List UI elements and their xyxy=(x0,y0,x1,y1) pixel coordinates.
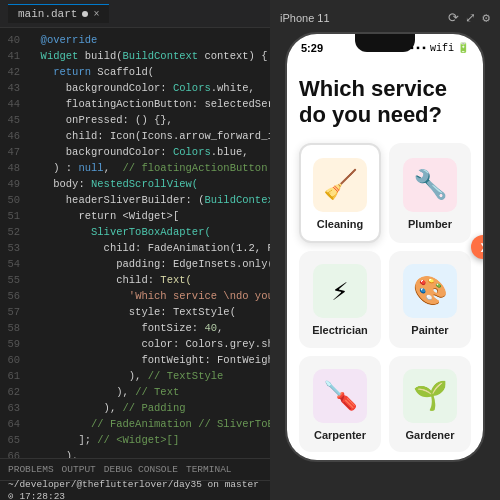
line-number: 62 xyxy=(0,384,28,400)
line-number: 47 xyxy=(0,144,28,160)
device-name: iPhone 11 xyxy=(280,12,330,24)
code-line: 46 child: Icon(Icons.arrow_forward_ios, … xyxy=(0,128,270,144)
line-number: 51 xyxy=(0,208,28,224)
service-label-plumber: Plumber xyxy=(408,218,452,230)
phone-content: Which service do you need? 🧹Cleaning🔧Plu… xyxy=(287,62,483,460)
line-number: 45 xyxy=(0,112,28,128)
service-card-plumber[interactable]: 🔧Plumber xyxy=(389,143,471,243)
line-code: ), // Text xyxy=(28,384,179,400)
device-label-bar: iPhone 11 ⟳ ⤢ ⚙ xyxy=(280,10,490,26)
service-card-gardener[interactable]: 🌱Gardener xyxy=(389,356,471,452)
tab-dot xyxy=(82,11,88,17)
panel-tab-output[interactable]: OUTPUT xyxy=(62,464,96,475)
code-line: 61 ), // TextStyle xyxy=(0,368,270,384)
code-line: 52 SliverToBoxAdapter( xyxy=(0,224,270,240)
panel-tab-terminal[interactable]: TERMINAL xyxy=(186,464,232,475)
electrician-icon: ⚡ xyxy=(313,264,367,318)
code-line: 60 fontWeight: FontWeight.bold, xyxy=(0,352,270,368)
line-number: 40 xyxy=(0,32,28,48)
phone-notch xyxy=(355,34,415,52)
panel-tabs: PROBLEMSOUTPUTDEBUG CONSOLETERMINAL xyxy=(0,458,270,480)
code-line: 58 fontSize: 40, xyxy=(0,320,270,336)
code-line: 50 headerSliverBuilder: (BuildContext co… xyxy=(0,192,270,208)
code-line: 40 @override xyxy=(0,32,270,48)
service-card-electrician[interactable]: ⚡Electrician xyxy=(299,251,381,347)
line-code: @override xyxy=(28,32,97,48)
service-question-title: Which service do you need? xyxy=(299,76,471,129)
line-code: floatingActionButton: selectedService >=… xyxy=(28,96,270,112)
phone-status-bar: 5:29 ▪▪▪ wifi 🔋 xyxy=(287,34,483,62)
line-number: 60 xyxy=(0,352,28,368)
line-number: 56 xyxy=(0,288,28,304)
line-number: 59 xyxy=(0,336,28,352)
line-number: 49 xyxy=(0,176,28,192)
tab-filename: main.dart xyxy=(18,8,77,20)
line-code: ), xyxy=(28,448,78,458)
code-content: 40 @override41 Widget build(BuildContext… xyxy=(0,28,270,458)
plumber-icon: 🔧 xyxy=(403,158,457,212)
code-line: 54 padding: EdgeInsets.only(top: 120.0, xyxy=(0,256,270,272)
code-line: 42 return Scaffold( xyxy=(0,64,270,80)
wifi-icon: wifi xyxy=(430,43,454,54)
git-branch: ~/developer/@theflutterlover/day35 on ma… xyxy=(8,479,262,500)
gardener-icon: 🌱 xyxy=(403,369,457,423)
line-code: ) : null, // floatingActionButton xyxy=(28,160,267,176)
line-number: 55 xyxy=(0,272,28,288)
service-card-carpenter[interactable]: 🪛Carpenter xyxy=(299,356,381,452)
line-code: return Scaffold( xyxy=(28,64,154,80)
line-code: padding: EdgeInsets.only(top: 120.0, xyxy=(28,256,270,272)
status-bar: ~/developer/@theflutterlover/day35 on ma… xyxy=(0,480,270,500)
phone-frame: 5:29 ▪▪▪ wifi 🔋 Which service do you nee… xyxy=(285,32,485,462)
line-code: child: FadeAnimation(1.2, Padding( xyxy=(28,240,270,256)
code-line: 55 child: Text( xyxy=(0,272,270,288)
panel-tab-debug-console[interactable]: DEBUG CONSOLE xyxy=(104,464,178,475)
signal-icon: ▪▪▪ xyxy=(409,43,427,54)
rotate-icon[interactable]: ⟳ xyxy=(448,10,459,26)
service-label-cleaning: Cleaning xyxy=(317,218,363,230)
active-tab[interactable]: main.dart × xyxy=(8,4,109,23)
panel-tab-problems[interactable]: PROBLEMS xyxy=(8,464,54,475)
line-number: 53 xyxy=(0,240,28,256)
line-code: color: Colors.grey.shade900 xyxy=(28,336,270,352)
code-line: 41 Widget build(BuildContext context) { xyxy=(0,48,270,64)
service-card-cleaning[interactable]: 🧹Cleaning xyxy=(299,143,381,243)
service-label-carpenter: Carpenter xyxy=(314,429,366,441)
code-line: 45 onPressed: () {}, xyxy=(0,112,270,128)
code-line: 53 child: FadeAnimation(1.2, Padding( xyxy=(0,240,270,256)
service-card-painter[interactable]: 🎨Painter xyxy=(389,251,471,347)
close-icon[interactable]: × xyxy=(93,9,99,20)
line-number: 46 xyxy=(0,128,28,144)
line-code: // FadeAnimation // SliverToBoxAdapt xyxy=(28,416,270,432)
service-label-painter: Painter xyxy=(411,324,448,336)
fullscreen-icon[interactable]: ⤢ xyxy=(465,10,476,26)
code-line: 48 ) : null, // floatingActionButton xyxy=(0,160,270,176)
line-code: backgroundColor: Colors.blue, xyxy=(28,144,249,160)
line-number: 52 xyxy=(0,224,28,240)
line-code: ), // Padding xyxy=(28,400,186,416)
painter-icon: 🎨 xyxy=(403,264,457,318)
code-line: 64 // FadeAnimation // SliverToBoxAdapt xyxy=(0,416,270,432)
line-code: ]; // <Widget>[] xyxy=(28,432,179,448)
phone-preview-area: iPhone 11 ⟳ ⤢ ⚙ 5:29 ▪▪▪ wifi 🔋 Which se… xyxy=(270,0,500,500)
line-number: 64 xyxy=(0,416,28,432)
line-code: child: Text( xyxy=(28,272,192,288)
code-line: 47 backgroundColor: Colors.blue, xyxy=(0,144,270,160)
line-number: 57 xyxy=(0,304,28,320)
line-number: 50 xyxy=(0,192,28,208)
line-code: return <Widget>[ xyxy=(28,208,179,224)
code-line: 57 style: TextStyle( xyxy=(0,304,270,320)
line-code: fontSize: 40, xyxy=(28,320,223,336)
code-line: 51 return <Widget>[ xyxy=(0,208,270,224)
line-number: 66 xyxy=(0,448,28,458)
line-number: 48 xyxy=(0,160,28,176)
line-number: 44 xyxy=(0,96,28,112)
status-time: 5:29 xyxy=(301,42,323,54)
settings-icon[interactable]: ⚙ xyxy=(482,10,490,26)
line-number: 63 xyxy=(0,400,28,416)
line-code: child: Icon(Icons.arrow_forward_ios, siz… xyxy=(28,128,270,144)
carpenter-icon: 🪛 xyxy=(313,369,367,423)
battery-icon: 🔋 xyxy=(457,42,469,54)
device-action-icons: ⟳ ⤢ ⚙ xyxy=(448,10,490,26)
line-code: onPressed: () {}, xyxy=(28,112,173,128)
code-line: 49 body: NestedScrollView( xyxy=(0,176,270,192)
